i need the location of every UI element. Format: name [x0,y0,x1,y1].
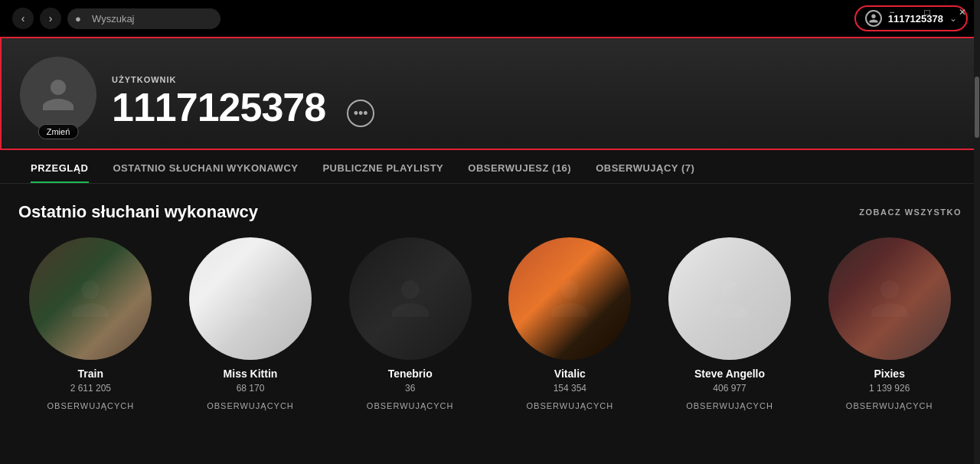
artist-image [508,237,631,360]
artist-followers-label: OBSERWUJĄCYCH [207,401,294,410]
artist-image [189,237,312,360]
main-content: Ostatnio słuchani wykonawcy ZOBACZ WSZYS… [0,184,980,410]
artist-name: Train [78,368,103,380]
tab-nav: PRZEGLĄD OSTATNIO SŁUCHANI WYKONAWCY PUB… [0,150,980,184]
artist-card[interactable]: Pixies 1 139 926 OBSERWUJĄCYCH [817,237,962,410]
tab-obserwujesz[interactable]: OBSERWUJESZ (16) [456,150,583,183]
artists-grid: Train 2 611 205 OBSERWUJĄCYCH Miss Kitti… [18,237,962,410]
artist-image [668,237,791,360]
profile-info: UŻYTKOWNIK 1117125378 [112,75,325,133]
artist-card[interactable]: Miss Kittin 68 170 OBSERWUJĄCYCH [178,237,323,410]
scrollbar[interactable] [974,0,980,464]
artist-image [349,237,472,360]
artist-followers: 36 [405,383,415,394]
artist-followers-label: OBSERWUJĄCYCH [367,401,454,410]
avatar-container: Zmień [20,57,96,133]
tab-publiczne[interactable]: PUBLICZNE PLAYLISTY [310,150,456,183]
profile-header: Zmień UŻYTKOWNIK 1117125378 ••• [0,37,980,150]
see-all-link[interactable]: ZOBACZ WSZYSTKO [859,207,962,217]
artist-card[interactable]: Train 2 611 205 OBSERWUJĄCYCH [18,237,163,410]
artist-image [828,237,951,360]
tab-obserwujacy[interactable]: OBSERWUJĄCY (7) [583,150,707,183]
artist-followers: 154 354 [554,383,586,394]
search-input[interactable] [67,8,220,29]
artist-followers: 68 170 [237,383,265,394]
artist-followers-label: OBSERWUJĄCYCH [527,401,614,410]
profile-type-label: UŻYTKOWNIK [112,75,325,84]
search-container: ● [67,8,220,29]
scrollbar-thumb [975,77,979,138]
profile-name: 1117125378 [112,87,325,127]
section-header: Ostatnio słuchani wykonawcy ZOBACZ WSZYS… [18,202,962,222]
artist-card[interactable]: Vitalic 154 354 OBSERWUJĄCYCH [498,237,642,410]
nav-arrows: ‹ › ● [12,8,220,29]
artist-name: Steve Angello [694,368,765,380]
artist-card[interactable]: Tenebrio 36 OBSERWUJĄCYCH [338,237,482,410]
artist-followers: 2 611 205 [70,383,111,394]
window-controls: − □ ✕ [874,0,980,25]
tab-przeglad[interactable]: PRZEGLĄD [18,150,101,183]
avatar-person-icon [39,76,77,114]
more-options-button[interactable]: ••• [347,100,374,127]
artist-name: Vitalic [554,368,586,380]
zmien-button[interactable]: Zmień [38,124,79,139]
avatar [20,57,96,133]
topbar: ‹ › ● 1117125378 ⌄ [0,0,980,37]
section-title: Ostatnio słuchani wykonawcy [18,202,258,222]
artist-name: Miss Kittin [224,368,278,380]
artist-followers-label: OBSERWUJĄCYCH [47,401,135,410]
back-button[interactable]: ‹ [12,8,34,29]
artist-card[interactable]: Steve Angello 406 977 OBSERWUJĄCYCH [658,237,802,410]
artist-name: Pixies [874,368,904,380]
maximize-button[interactable]: □ [910,0,945,25]
artist-name: Tenebrio [388,368,433,380]
artist-followers-label: OBSERWUJĄCYCH [686,401,773,410]
artist-image [29,237,152,360]
artist-followers: 406 977 [713,383,746,394]
artist-followers-label: OBSERWUJĄCYCH [846,401,933,410]
minimize-button[interactable]: − [874,0,910,25]
close-button[interactable]: ✕ [945,0,980,25]
forward-button[interactable]: › [40,8,61,29]
tab-ostatnio[interactable]: OSTATNIO SŁUCHANI WYKONAWCY [101,150,311,183]
artist-followers: 1 139 926 [869,383,910,394]
